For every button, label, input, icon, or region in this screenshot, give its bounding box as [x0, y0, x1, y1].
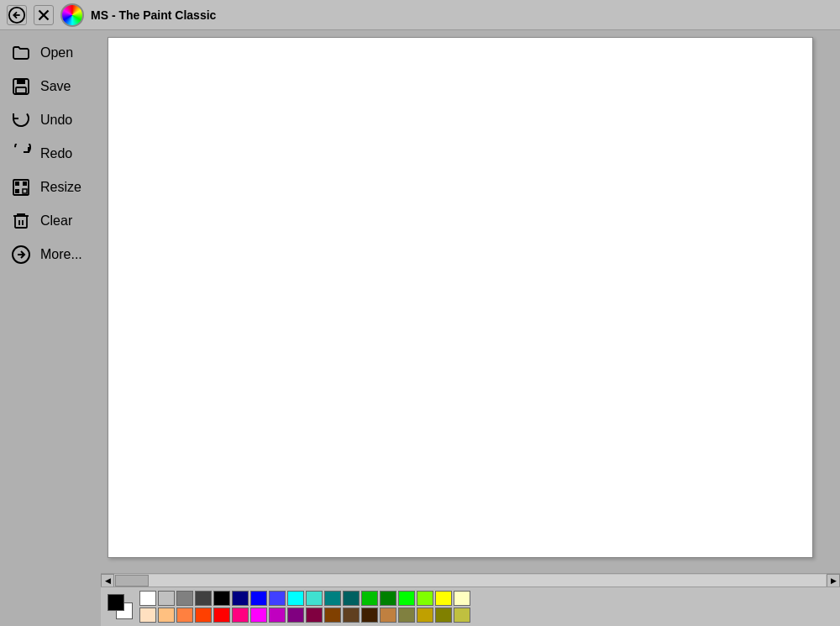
- color-swatch[interactable]: [435, 591, 452, 606]
- color-swatch[interactable]: [195, 608, 212, 623]
- canvas-container: ◀ ▶: [101, 30, 840, 626]
- sidebar: Open Save Undo: [0, 30, 101, 626]
- drawing-canvas[interactable]: [108, 37, 813, 558]
- color-swatch[interactable]: [417, 608, 433, 623]
- color-swatch[interactable]: [176, 591, 193, 606]
- sidebar-item-more[interactable]: More...: [3, 239, 97, 271]
- scrollbar-thumb[interactable]: [115, 575, 149, 587]
- color-swatch[interactable]: [232, 608, 249, 623]
- resize-label: Resize: [40, 180, 81, 195]
- scroll-right-button[interactable]: ▶: [827, 574, 840, 587]
- color-swatch[interactable]: [250, 608, 267, 623]
- canvas-scroll-area[interactable]: [101, 30, 840, 573]
- more-label: More...: [40, 247, 82, 262]
- color-swatch[interactable]: [269, 608, 286, 623]
- horizontal-scrollbar: ◀ ▶: [101, 573, 840, 587]
- color-swatch[interactable]: [158, 591, 175, 606]
- svg-rect-9: [23, 181, 27, 186]
- palette-area: [101, 587, 840, 626]
- color-swatch[interactable]: [398, 591, 415, 606]
- palette-row-1: [139, 591, 470, 606]
- foreground-color-box[interactable]: [108, 594, 124, 611]
- sidebar-item-redo[interactable]: Redo: [3, 138, 97, 170]
- resize-icon: [10, 176, 32, 198]
- color-swatch[interactable]: [380, 591, 396, 606]
- folder-icon: [10, 42, 32, 64]
- sidebar-item-undo[interactable]: Undo: [3, 104, 97, 136]
- current-colors: [108, 594, 133, 619]
- svg-rect-12: [15, 216, 27, 228]
- color-swatch[interactable]: [361, 608, 378, 623]
- color-swatch[interactable]: [324, 591, 341, 606]
- undo-label: Undo: [40, 113, 72, 128]
- color-swatch[interactable]: [324, 608, 341, 623]
- open-label: Open: [40, 45, 73, 60]
- redo-icon: [10, 143, 32, 165]
- color-swatch[interactable]: [398, 608, 415, 623]
- more-icon: [10, 244, 32, 266]
- clear-icon: [10, 210, 32, 232]
- color-swatch[interactable]: [250, 591, 267, 606]
- color-swatch[interactable]: [213, 591, 230, 606]
- color-swatch[interactable]: [287, 608, 304, 623]
- color-swatch[interactable]: [380, 608, 396, 623]
- color-swatch[interactable]: [287, 591, 304, 606]
- save-icon: [10, 76, 32, 97]
- color-swatch[interactable]: [343, 608, 360, 623]
- svg-rect-10: [15, 189, 19, 193]
- sidebar-item-open[interactable]: Open: [3, 37, 97, 69]
- color-swatch[interactable]: [176, 608, 193, 623]
- svg-rect-8: [15, 181, 19, 186]
- color-swatch[interactable]: [232, 591, 249, 606]
- sidebar-item-resize[interactable]: Resize: [3, 171, 97, 203]
- app-icon: [60, 3, 84, 27]
- color-swatch[interactable]: [454, 608, 470, 623]
- back-button[interactable]: [7, 5, 27, 25]
- svg-rect-5: [17, 79, 25, 84]
- color-swatch[interactable]: [343, 591, 360, 606]
- svg-rect-11: [23, 189, 27, 193]
- title-bar: MS - The Paint Classic: [0, 0, 840, 30]
- color-swatch[interactable]: [139, 608, 156, 623]
- scrollbar-track[interactable]: [115, 575, 826, 587]
- svg-rect-6: [16, 87, 26, 93]
- app-title: MS - The Paint Classic: [91, 8, 216, 22]
- color-swatch[interactable]: [158, 608, 175, 623]
- color-swatch[interactable]: [269, 591, 286, 606]
- save-label: Save: [40, 79, 71, 94]
- color-swatch[interactable]: [435, 608, 452, 623]
- color-swatch[interactable]: [361, 591, 378, 606]
- color-swatch[interactable]: [306, 591, 323, 606]
- palette-row-2: [139, 608, 470, 623]
- color-swatch[interactable]: [195, 591, 212, 606]
- sidebar-item-clear[interactable]: Clear: [3, 205, 97, 237]
- color-swatch[interactable]: [139, 591, 156, 606]
- color-swatch[interactable]: [454, 591, 470, 606]
- color-swatch[interactable]: [417, 591, 433, 606]
- scroll-left-button[interactable]: ◀: [101, 574, 114, 587]
- palette-colors: [139, 591, 470, 623]
- redo-label: Redo: [40, 146, 72, 161]
- color-swatch[interactable]: [306, 608, 323, 623]
- main-area: Open Save Undo: [0, 30, 840, 626]
- undo-icon: [10, 109, 32, 131]
- clear-label: Clear: [40, 213, 72, 229]
- sidebar-item-save[interactable]: Save: [3, 71, 97, 103]
- color-swatch[interactable]: [213, 608, 230, 623]
- close-button[interactable]: [34, 5, 54, 25]
